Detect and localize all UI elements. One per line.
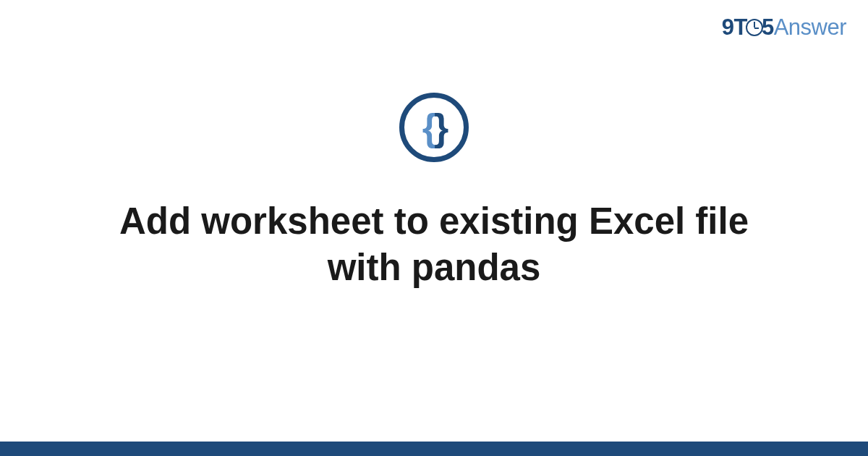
logo-five: 5: [762, 14, 774, 40]
brace-right: }: [434, 106, 446, 148]
logo-answer: Answer: [774, 14, 846, 40]
main-content: {} Add worksheet to existing Excel file …: [0, 93, 868, 291]
brace-left: {: [422, 106, 434, 148]
page-title: Add worksheet to existing Excel file wit…: [87, 198, 781, 291]
footer-bar: [0, 442, 868, 456]
logo-nine: 9: [722, 14, 734, 40]
braces-icon: {}: [399, 93, 469, 162]
clock-icon: [746, 19, 763, 36]
site-logo: 9T5Answer: [722, 14, 846, 41]
